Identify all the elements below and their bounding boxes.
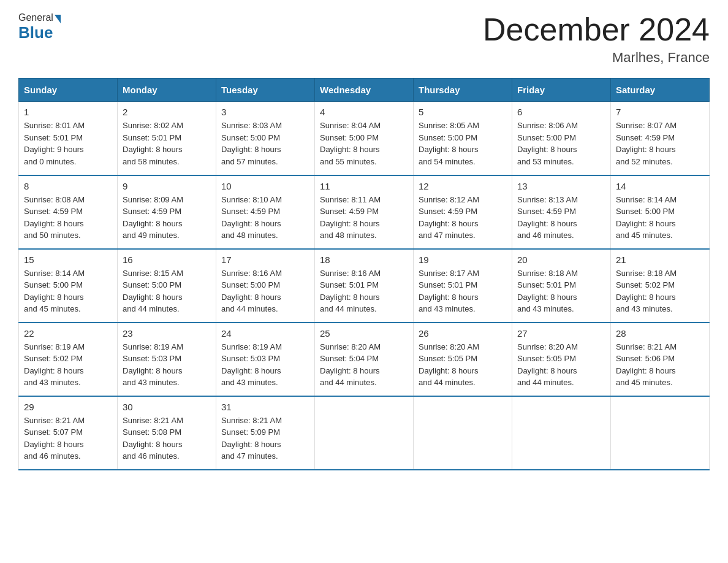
calendar-day-cell: 20 Sunrise: 8:18 AMSunset: 5:01 PMDaylig… (512, 249, 611, 323)
weekday-header: Tuesday (216, 79, 315, 102)
day-number: 18 (320, 255, 408, 265)
day-number: 6 (517, 107, 605, 117)
day-info: Sunrise: 8:19 AMSunset: 5:02 PMDaylight:… (24, 341, 112, 389)
day-number: 26 (419, 328, 507, 339)
logo-blue-text: Blue (18, 23, 61, 42)
page-header: General Blue December 2024 Marlhes, Fran… (18, 12, 710, 66)
day-number: 13 (517, 181, 605, 191)
day-info: Sunrise: 8:21 AMSunset: 5:09 PMDaylight:… (221, 415, 309, 462)
day-info: Sunrise: 8:04 AMSunset: 5:00 PMDaylight:… (320, 120, 408, 167)
day-info: Sunrise: 8:14 AMSunset: 5:00 PMDaylight:… (24, 267, 112, 315)
calendar-day-cell: 10 Sunrise: 8:10 AMSunset: 4:59 PMDaylig… (216, 175, 315, 249)
calendar-week-row: 1 Sunrise: 8:01 AMSunset: 5:01 PMDayligh… (19, 102, 710, 175)
day-info: Sunrise: 8:20 AMSunset: 5:05 PMDaylight:… (517, 341, 605, 389)
weekday-header: Thursday (414, 79, 512, 102)
month-title: December 2024 (483, 12, 710, 47)
day-number: 15 (24, 255, 112, 265)
weekday-header: Friday (512, 79, 611, 102)
day-info: Sunrise: 8:12 AMSunset: 4:59 PMDaylight:… (419, 194, 507, 242)
calendar-day-cell (611, 396, 710, 470)
location-text: Marlhes, France (483, 50, 710, 66)
day-info: Sunrise: 8:21 AMSunset: 5:08 PMDaylight:… (123, 415, 211, 462)
logo-general-text: General (18, 12, 53, 23)
day-number: 5 (419, 107, 507, 117)
calendar-day-cell: 8 Sunrise: 8:08 AMSunset: 4:59 PMDayligh… (19, 175, 118, 249)
calendar-day-cell: 15 Sunrise: 8:14 AMSunset: 5:00 PMDaylig… (19, 249, 118, 323)
day-number: 16 (123, 255, 211, 265)
calendar-day-cell: 13 Sunrise: 8:13 AMSunset: 4:59 PMDaylig… (512, 175, 611, 249)
day-number: 24 (221, 328, 309, 339)
day-info: Sunrise: 8:09 AMSunset: 4:59 PMDaylight:… (123, 194, 211, 242)
day-number: 14 (616, 181, 704, 191)
calendar-day-cell: 21 Sunrise: 8:18 AMSunset: 5:02 PMDaylig… (611, 249, 710, 323)
calendar-header-row: SundayMondayTuesdayWednesdayThursdayFrid… (19, 79, 710, 102)
day-info: Sunrise: 8:16 AMSunset: 5:00 PMDaylight:… (221, 267, 309, 315)
weekday-header: Sunday (19, 79, 118, 102)
day-number: 4 (320, 107, 408, 117)
day-info: Sunrise: 8:21 AMSunset: 5:06 PMDaylight:… (616, 341, 704, 389)
day-info: Sunrise: 8:10 AMSunset: 4:59 PMDaylight:… (221, 194, 309, 242)
weekday-header: Saturday (611, 79, 710, 102)
day-number: 30 (123, 402, 211, 412)
day-number: 10 (221, 181, 309, 191)
calendar-week-row: 8 Sunrise: 8:08 AMSunset: 4:59 PMDayligh… (19, 175, 710, 249)
calendar-day-cell: 23 Sunrise: 8:19 AMSunset: 5:03 PMDaylig… (118, 323, 216, 396)
logo-arrow-icon (55, 15, 61, 23)
day-number: 1 (24, 107, 112, 117)
calendar-week-row: 29 Sunrise: 8:21 AMSunset: 5:07 PMDaylig… (19, 396, 710, 470)
calendar-day-cell: 16 Sunrise: 8:15 AMSunset: 5:00 PMDaylig… (118, 249, 216, 323)
day-info: Sunrise: 8:14 AMSunset: 5:00 PMDaylight:… (616, 194, 704, 242)
day-number: 3 (221, 107, 309, 117)
day-number: 8 (24, 181, 112, 191)
day-info: Sunrise: 8:02 AMSunset: 5:01 PMDaylight:… (123, 120, 211, 167)
calendar-week-row: 15 Sunrise: 8:14 AMSunset: 5:00 PMDaylig… (19, 249, 710, 323)
calendar-week-row: 22 Sunrise: 8:19 AMSunset: 5:02 PMDaylig… (19, 323, 710, 396)
day-number: 20 (517, 255, 605, 265)
calendar-day-cell: 5 Sunrise: 8:05 AMSunset: 5:00 PMDayligh… (414, 102, 512, 175)
calendar-day-cell: 27 Sunrise: 8:20 AMSunset: 5:05 PMDaylig… (512, 323, 611, 396)
calendar-day-cell: 28 Sunrise: 8:21 AMSunset: 5:06 PMDaylig… (611, 323, 710, 396)
day-info: Sunrise: 8:18 AMSunset: 5:02 PMDaylight:… (616, 267, 704, 315)
calendar-table: SundayMondayTuesdayWednesdayThursdayFrid… (18, 78, 710, 470)
day-number: 27 (517, 328, 605, 339)
day-info: Sunrise: 8:19 AMSunset: 5:03 PMDaylight:… (123, 341, 211, 389)
calendar-day-cell: 25 Sunrise: 8:20 AMSunset: 5:04 PMDaylig… (315, 323, 414, 396)
day-number: 19 (419, 255, 507, 265)
day-info: Sunrise: 8:20 AMSunset: 5:05 PMDaylight:… (419, 341, 507, 389)
day-info: Sunrise: 8:06 AMSunset: 5:00 PMDaylight:… (517, 120, 605, 167)
day-number: 22 (24, 328, 112, 339)
day-info: Sunrise: 8:01 AMSunset: 5:01 PMDaylight:… (24, 120, 112, 167)
day-info: Sunrise: 8:07 AMSunset: 4:59 PMDaylight:… (616, 120, 704, 167)
calendar-day-cell (512, 396, 611, 470)
calendar-day-cell (315, 396, 414, 470)
calendar-day-cell: 24 Sunrise: 8:19 AMSunset: 5:03 PMDaylig… (216, 323, 315, 396)
calendar-day-cell: 31 Sunrise: 8:21 AMSunset: 5:09 PMDaylig… (216, 396, 315, 470)
weekday-header: Monday (118, 79, 216, 102)
day-info: Sunrise: 8:05 AMSunset: 5:00 PMDaylight:… (419, 120, 507, 167)
day-number: 11 (320, 181, 408, 191)
day-number: 29 (24, 402, 112, 412)
day-number: 17 (221, 255, 309, 265)
calendar-day-cell: 2 Sunrise: 8:02 AMSunset: 5:01 PMDayligh… (118, 102, 216, 175)
title-block: December 2024 Marlhes, France (483, 12, 710, 66)
calendar-day-cell: 3 Sunrise: 8:03 AMSunset: 5:00 PMDayligh… (216, 102, 315, 175)
calendar-day-cell: 11 Sunrise: 8:11 AMSunset: 4:59 PMDaylig… (315, 175, 414, 249)
calendar-day-cell: 19 Sunrise: 8:17 AMSunset: 5:01 PMDaylig… (414, 249, 512, 323)
calendar-day-cell: 4 Sunrise: 8:04 AMSunset: 5:00 PMDayligh… (315, 102, 414, 175)
calendar-day-cell (414, 396, 512, 470)
day-number: 7 (616, 107, 704, 117)
day-info: Sunrise: 8:03 AMSunset: 5:00 PMDaylight:… (221, 120, 309, 167)
day-info: Sunrise: 8:11 AMSunset: 4:59 PMDaylight:… (320, 194, 408, 242)
day-number: 2 (123, 107, 211, 117)
day-info: Sunrise: 8:21 AMSunset: 5:07 PMDaylight:… (24, 415, 112, 462)
day-number: 21 (616, 255, 704, 265)
day-number: 12 (419, 181, 507, 191)
day-number: 25 (320, 328, 408, 339)
day-info: Sunrise: 8:18 AMSunset: 5:01 PMDaylight:… (517, 267, 605, 315)
day-info: Sunrise: 8:20 AMSunset: 5:04 PMDaylight:… (320, 341, 408, 389)
day-info: Sunrise: 8:13 AMSunset: 4:59 PMDaylight:… (517, 194, 605, 242)
calendar-day-cell: 26 Sunrise: 8:20 AMSunset: 5:05 PMDaylig… (414, 323, 512, 396)
calendar-day-cell: 18 Sunrise: 8:16 AMSunset: 5:01 PMDaylig… (315, 249, 414, 323)
calendar-day-cell: 6 Sunrise: 8:06 AMSunset: 5:00 PMDayligh… (512, 102, 611, 175)
day-number: 9 (123, 181, 211, 191)
